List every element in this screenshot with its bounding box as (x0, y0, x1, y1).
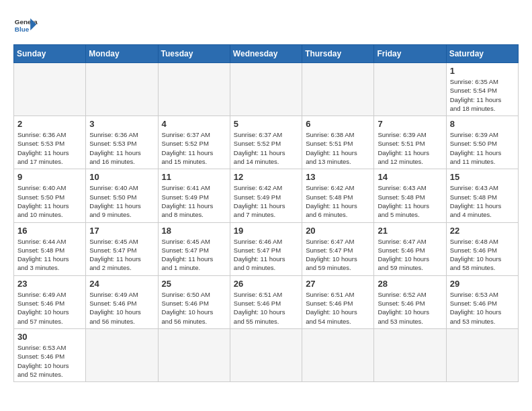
day-number: 4 (162, 119, 226, 129)
calendar-cell: 14Sunrise: 6:43 AM Sunset: 5:48 PM Dayli… (374, 169, 446, 222)
weekday-header-thursday: Thursday (302, 45, 374, 63)
day-number: 26 (234, 279, 298, 289)
day-info: Sunrise: 6:45 AM Sunset: 5:47 PM Dayligh… (89, 237, 154, 273)
calendar-cell: 22Sunrise: 6:48 AM Sunset: 5:46 PM Dayli… (446, 222, 518, 275)
calendar-cell (302, 63, 374, 116)
svg-text:Blue: Blue (15, 26, 30, 33)
day-info: Sunrise: 6:46 AM Sunset: 5:47 PM Dayligh… (234, 237, 298, 273)
calendar-cell: 29Sunrise: 6:53 AM Sunset: 5:46 PM Dayli… (446, 275, 518, 328)
day-number: 10 (89, 172, 154, 182)
day-info: Sunrise: 6:45 AM Sunset: 5:47 PM Dayligh… (162, 237, 226, 273)
day-number: 11 (162, 172, 226, 182)
day-info: Sunrise: 6:52 AM Sunset: 5:46 PM Dayligh… (378, 290, 442, 326)
calendar-cell: 5Sunrise: 6:37 AM Sunset: 5:52 PM Daylig… (230, 116, 302, 169)
day-number: 15 (450, 172, 515, 182)
weekday-header-friday: Friday (374, 45, 446, 63)
calendar-cell: 3Sunrise: 6:36 AM Sunset: 5:53 PM Daylig… (86, 116, 158, 169)
day-info: Sunrise: 6:47 AM Sunset: 5:47 PM Dayligh… (306, 237, 370, 273)
day-number: 27 (306, 279, 370, 289)
calendar-cell: 13Sunrise: 6:42 AM Sunset: 5:48 PM Dayli… (302, 169, 374, 222)
calendar-cell (446, 328, 518, 381)
day-number: 18 (162, 226, 226, 236)
calendar-cell: 16Sunrise: 6:44 AM Sunset: 5:48 PM Dayli… (14, 222, 86, 275)
day-info: Sunrise: 6:36 AM Sunset: 5:53 PM Dayligh… (17, 130, 82, 166)
calendar-cell: 26Sunrise: 6:51 AM Sunset: 5:46 PM Dayli… (230, 275, 302, 328)
calendar-cell (230, 63, 302, 116)
day-number: 19 (234, 226, 298, 236)
day-number: 13 (306, 172, 370, 182)
day-number: 23 (17, 279, 82, 289)
header: General Blue (13, 13, 519, 38)
day-info: Sunrise: 6:53 AM Sunset: 5:46 PM Dayligh… (17, 343, 82, 379)
day-number: 17 (89, 226, 154, 236)
calendar-cell (86, 63, 158, 116)
day-info: Sunrise: 6:43 AM Sunset: 5:48 PM Dayligh… (450, 183, 515, 219)
day-info: Sunrise: 6:39 AM Sunset: 5:51 PM Dayligh… (378, 130, 442, 166)
calendar-row: 9Sunrise: 6:40 AM Sunset: 5:50 PM Daylig… (14, 169, 519, 222)
day-info: Sunrise: 6:35 AM Sunset: 5:54 PM Dayligh… (450, 77, 515, 113)
day-info: Sunrise: 6:49 AM Sunset: 5:46 PM Dayligh… (89, 290, 154, 326)
day-number: 22 (450, 226, 515, 236)
logo-icon: General Blue (13, 13, 38, 38)
day-number: 29 (450, 279, 515, 289)
day-number: 1 (450, 66, 515, 76)
day-info: Sunrise: 6:49 AM Sunset: 5:46 PM Dayligh… (17, 290, 82, 326)
calendar-row: 23Sunrise: 6:49 AM Sunset: 5:46 PM Dayli… (14, 275, 519, 328)
day-number: 7 (378, 119, 442, 129)
day-number: 28 (378, 279, 442, 289)
calendar-cell: 4Sunrise: 6:37 AM Sunset: 5:52 PM Daylig… (158, 116, 230, 169)
calendar-cell: 17Sunrise: 6:45 AM Sunset: 5:47 PM Dayli… (86, 222, 158, 275)
calendar-cell: 30Sunrise: 6:53 AM Sunset: 5:46 PM Dayli… (14, 328, 86, 381)
day-info: Sunrise: 6:43 AM Sunset: 5:48 PM Dayligh… (378, 183, 442, 219)
day-number: 9 (17, 172, 82, 182)
calendar-cell: 23Sunrise: 6:49 AM Sunset: 5:46 PM Dayli… (14, 275, 86, 328)
day-info: Sunrise: 6:41 AM Sunset: 5:49 PM Dayligh… (162, 183, 226, 219)
day-number: 21 (378, 226, 442, 236)
calendar-row: 1Sunrise: 6:35 AM Sunset: 5:54 PM Daylig… (14, 63, 519, 116)
day-info: Sunrise: 6:39 AM Sunset: 5:50 PM Dayligh… (450, 130, 515, 166)
day-info: Sunrise: 6:38 AM Sunset: 5:51 PM Dayligh… (306, 130, 370, 166)
day-number: 16 (17, 226, 82, 236)
calendar-row: 30Sunrise: 6:53 AM Sunset: 5:46 PM Dayli… (14, 328, 519, 381)
calendar-cell: 27Sunrise: 6:51 AM Sunset: 5:46 PM Dayli… (302, 275, 374, 328)
calendar-cell: 7Sunrise: 6:39 AM Sunset: 5:51 PM Daylig… (374, 116, 446, 169)
calendar-cell (158, 63, 230, 116)
day-info: Sunrise: 6:36 AM Sunset: 5:53 PM Dayligh… (89, 130, 154, 166)
calendar-cell: 28Sunrise: 6:52 AM Sunset: 5:46 PM Dayli… (374, 275, 446, 328)
day-info: Sunrise: 6:53 AM Sunset: 5:46 PM Dayligh… (450, 290, 515, 326)
day-number: 2 (17, 119, 82, 129)
calendar-cell (374, 63, 446, 116)
day-info: Sunrise: 6:37 AM Sunset: 5:52 PM Dayligh… (234, 130, 298, 166)
calendar-cell (14, 63, 86, 116)
weekday-header-tuesday: Tuesday (158, 45, 230, 63)
day-number: 5 (234, 119, 298, 129)
day-info: Sunrise: 6:40 AM Sunset: 5:50 PM Dayligh… (89, 183, 154, 219)
day-info: Sunrise: 6:51 AM Sunset: 5:46 PM Dayligh… (306, 290, 370, 326)
calendar-cell: 12Sunrise: 6:42 AM Sunset: 5:49 PM Dayli… (230, 169, 302, 222)
calendar-cell (158, 328, 230, 381)
weekday-header-sunday: Sunday (14, 45, 86, 63)
calendar-cell (302, 328, 374, 381)
day-number: 24 (89, 279, 154, 289)
day-number: 6 (306, 119, 370, 129)
weekday-header-row: SundayMondayTuesdayWednesdayThursdayFrid… (14, 45, 519, 63)
calendar-cell: 15Sunrise: 6:43 AM Sunset: 5:48 PM Dayli… (446, 169, 518, 222)
day-number: 3 (89, 119, 154, 129)
day-info: Sunrise: 6:42 AM Sunset: 5:49 PM Dayligh… (234, 183, 298, 219)
calendar-cell: 24Sunrise: 6:49 AM Sunset: 5:46 PM Dayli… (86, 275, 158, 328)
calendar-cell: 6Sunrise: 6:38 AM Sunset: 5:51 PM Daylig… (302, 116, 374, 169)
weekday-header-wednesday: Wednesday (230, 45, 302, 63)
day-number: 12 (234, 172, 298, 182)
calendar-cell: 1Sunrise: 6:35 AM Sunset: 5:54 PM Daylig… (446, 63, 518, 116)
calendar: SundayMondayTuesdayWednesdayThursdayFrid… (13, 44, 519, 382)
calendar-cell (374, 328, 446, 381)
calendar-cell: 21Sunrise: 6:47 AM Sunset: 5:46 PM Dayli… (374, 222, 446, 275)
calendar-cell (86, 328, 158, 381)
calendar-cell: 20Sunrise: 6:47 AM Sunset: 5:47 PM Dayli… (302, 222, 374, 275)
day-info: Sunrise: 6:48 AM Sunset: 5:46 PM Dayligh… (450, 237, 515, 273)
day-number: 8 (450, 119, 515, 129)
logo: General Blue (13, 13, 38, 38)
weekday-header-saturday: Saturday (446, 45, 518, 63)
calendar-cell: 2Sunrise: 6:36 AM Sunset: 5:53 PM Daylig… (14, 116, 86, 169)
day-number: 14 (378, 172, 442, 182)
